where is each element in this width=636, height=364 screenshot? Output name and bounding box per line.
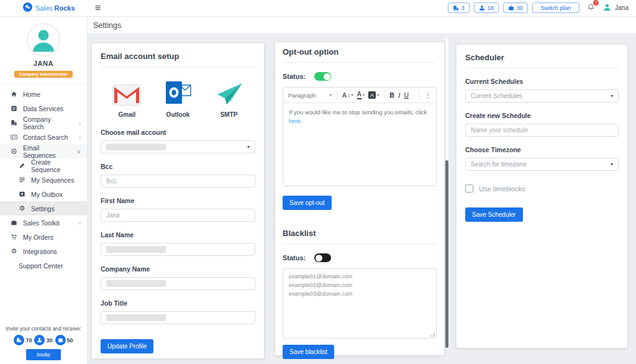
italic-button[interactable]: I xyxy=(396,92,402,99)
notifications-button[interactable]: 7 xyxy=(587,2,595,14)
building-icon xyxy=(11,119,17,126)
blacklist-status-toggle[interactable] xyxy=(314,253,331,262)
bcc-input[interactable] xyxy=(101,175,255,188)
invite-text: Invite your contacts and receive: xyxy=(0,325,87,332)
sidebar-item-label: Sales Toolkit xyxy=(23,219,60,227)
outbox-icon xyxy=(19,191,25,198)
provider-smtp[interactable]: SMTP xyxy=(204,76,254,118)
invite-button[interactable]: Invite xyxy=(26,349,61,360)
divider xyxy=(465,68,619,68)
editor-toolbar: Paragraph ▾ A↕ ▾ A ▾ A ▾ B I U ⋮ xyxy=(283,88,436,103)
avatar[interactable] xyxy=(27,23,60,57)
save-blacklist-button[interactable]: Save blacklist xyxy=(283,345,334,359)
underline-button[interactable]: U xyxy=(402,91,411,99)
sidebar-item-create-sequence[interactable]: Create Sequence xyxy=(0,158,87,173)
sidebar-item-my-orders[interactable]: My Orders xyxy=(0,230,87,244)
avatar-person-icon xyxy=(29,25,58,54)
company-name-label: Company Name xyxy=(101,265,255,273)
building-icon xyxy=(453,5,459,11)
pencil-icon xyxy=(19,162,25,169)
scrollbar-thumb[interactable] xyxy=(445,160,448,348)
first-name-input[interactable] xyxy=(101,209,255,222)
caret-down-icon: ▾ xyxy=(247,144,250,150)
reward-count: 50 xyxy=(67,337,73,344)
current-schedules-label: Current Schedules xyxy=(465,78,619,85)
create-schedule-label: Create new Schedule xyxy=(465,112,619,119)
resize-handle[interactable] xyxy=(430,332,435,337)
editor-text: If you would like me to stop sending you… xyxy=(289,109,427,116)
blacklist-textarea[interactable]: example01@domain.com example02@domain.co… xyxy=(283,268,437,339)
sidebar-item-label: My Outbox xyxy=(31,191,63,198)
sidebar-item-support-center[interactable]: Support Center xyxy=(0,258,87,273)
last-name-input[interactable] xyxy=(101,243,255,256)
editor-content[interactable]: If you would like me to stop sending you… xyxy=(283,103,436,186)
sidebar-item-sales-toolkit[interactable]: Sales Toolkit › xyxy=(0,216,87,230)
home-icon xyxy=(11,91,17,98)
redacted-value xyxy=(106,246,166,253)
invite-rewards: 70 30 50 xyxy=(0,335,87,345)
chevron-right-icon: › xyxy=(79,134,81,140)
sidebar-item-email-sequences[interactable]: Email Sequences ∨ xyxy=(0,144,87,158)
building-icon xyxy=(14,335,24,345)
page-title-bar: Settings xyxy=(88,17,636,34)
sidebar-item-label: Company Search xyxy=(23,116,73,130)
caret-down-icon: ▾ xyxy=(363,93,365,98)
sidebar-item-label: Email Sequences xyxy=(23,144,71,159)
blacklist-title: Blacklist xyxy=(283,229,437,238)
avatar-icon xyxy=(602,2,612,13)
company-credits-button[interactable]: 3 xyxy=(448,2,470,13)
redacted-value xyxy=(106,280,166,287)
use-timeblocks-row[interactable]: Use timeblocks xyxy=(465,184,619,193)
blacklist-status-row: Status: xyxy=(283,253,437,262)
mail-account-select[interactable]: ▾ xyxy=(101,140,255,153)
bold-button[interactable]: B xyxy=(388,91,396,99)
contact-credits-button[interactable]: 18 xyxy=(474,2,499,13)
scrollbar-track[interactable] xyxy=(445,39,448,160)
current-schedules-select[interactable]: Current Schedules ▾ xyxy=(465,89,619,102)
divider xyxy=(384,91,384,100)
timezone-select[interactable]: Search for timezone ▾ xyxy=(465,158,619,171)
sidebar-item-contact-search[interactable]: Contact Search › xyxy=(0,130,87,144)
job-title-input[interactable] xyxy=(101,311,255,324)
schedule-name-input[interactable] xyxy=(465,124,619,137)
sidebar-item-home[interactable]: Home xyxy=(0,87,87,101)
redacted-value xyxy=(106,314,166,321)
reward-toolkit: 50 xyxy=(55,335,73,345)
sidebar-item-label: Data Services xyxy=(23,105,63,112)
timeblocks-label: Use timeblocks xyxy=(479,185,525,193)
caret-down-icon: ▾ xyxy=(611,162,613,167)
sidebar-item-data-services[interactable]: Data Services xyxy=(0,101,87,116)
gmail-icon xyxy=(102,76,152,106)
hamburger-icon[interactable]: ≡ xyxy=(95,3,101,13)
gear-icon: ⚙ xyxy=(11,248,17,255)
user-menu[interactable]: Jana xyxy=(602,2,629,13)
background-color-button[interactable]: A ▾ xyxy=(366,91,381,99)
sidebar-item-my-sequences[interactable]: My Sequences xyxy=(0,173,87,187)
sidebar-item-company-search[interactable]: Company Search › xyxy=(0,116,87,130)
bcc-label: Bcc xyxy=(101,163,255,170)
company-name-input[interactable] xyxy=(101,277,255,290)
top-bar: Sales Rocks ≡ 3 18 30 Switch plan 7 xyxy=(0,0,636,17)
update-profile-button[interactable]: Update Profile xyxy=(101,339,153,353)
caret-down-icon: ▾ xyxy=(611,93,613,99)
sidebar-item-settings[interactable]: ⚙ Settings xyxy=(0,201,87,216)
provider-gmail[interactable]: Gmail xyxy=(102,76,152,118)
provider-outlook[interactable]: Outlook xyxy=(153,76,203,118)
font-size-button[interactable]: A↕ ▾ xyxy=(340,91,355,99)
toolkit-credits-button[interactable]: 30 xyxy=(503,2,528,13)
timeblocks-checkbox[interactable] xyxy=(465,184,473,193)
optout-here-link[interactable]: here xyxy=(289,117,301,124)
more-options-icon[interactable]: ⋮ xyxy=(423,91,434,99)
blacklist-placeholder-line: example03@domain.com xyxy=(289,290,430,299)
save-optout-button[interactable]: Save opt-out xyxy=(283,196,332,210)
optout-status-toggle[interactable] xyxy=(314,72,331,81)
sidebar-item-my-outbox[interactable]: My Outbox xyxy=(0,187,87,201)
font-color-icon: A xyxy=(357,91,361,99)
font-color-button[interactable]: A ▾ xyxy=(355,91,366,99)
sidebar-item-label: Home xyxy=(23,91,40,98)
brand-logo[interactable]: Sales Rocks xyxy=(23,2,75,14)
save-scheduler-button[interactable]: Save Scheduler xyxy=(465,207,523,222)
sidebar-item-integrations[interactable]: ⚙ Integrations xyxy=(0,244,87,258)
switch-plan-button[interactable]: Switch plan xyxy=(532,2,580,13)
paragraph-style-dropdown[interactable]: Paragraph ▾ xyxy=(286,92,334,99)
